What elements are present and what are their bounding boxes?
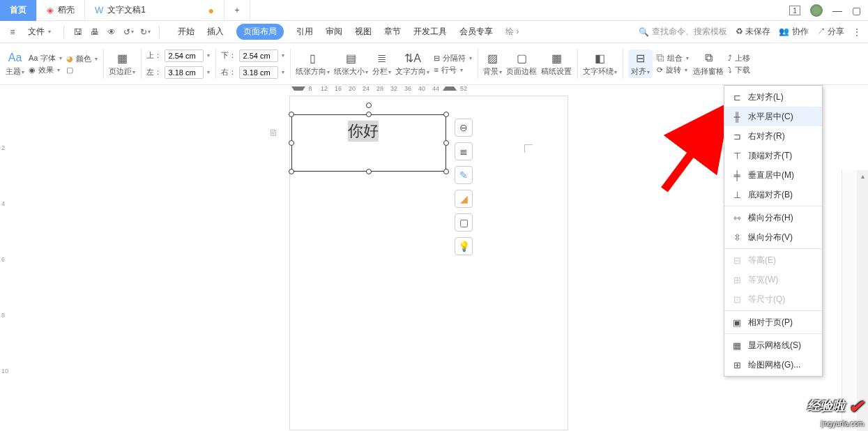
menutab-dev[interactable]: 开发工具: [413, 26, 447, 38]
watermark: 经验啦 ✔ jingyanla.com: [807, 398, 864, 428]
separator-icon: ⊟: [434, 54, 440, 63]
align-top-icon: ⊤: [731, 150, 743, 161]
rel-page-item[interactable]: ▣相对于页(P): [724, 312, 822, 332]
color-button[interactable]: ◕颜色▾: [66, 54, 98, 64]
align-vmiddle-item[interactable]: ╪垂直居中(M): [724, 165, 822, 185]
background-button[interactable]: ▨背景▾: [483, 51, 502, 77]
align-hcenter-item[interactable]: ╫水平居中(C): [724, 107, 822, 126]
hamburger-icon[interactable]: ≡: [7, 27, 18, 38]
search-box[interactable]: 🔍查找命令、搜索模板: [639, 26, 727, 38]
papersize-button[interactable]: ▤纸张大小▾: [334, 51, 368, 77]
tab-add[interactable]: ＋: [224, 0, 250, 21]
vertical-scrollbar[interactable]: ▴: [857, 170, 868, 431]
more-icon[interactable]: ⋮: [853, 27, 861, 37]
float-shape-button[interactable]: ▢: [455, 213, 473, 232]
menutab-layout[interactable]: 页面布局: [236, 24, 284, 40]
float-fill-button[interactable]: ◢: [455, 190, 473, 208]
float-collapse-button[interactable]: ⊖: [455, 119, 473, 137]
show-grid-item[interactable]: ▦显示网格线(S): [724, 335, 822, 355]
float-idea-button[interactable]: 💡: [455, 237, 473, 255]
effect-button[interactable]: ◉效果▾: [29, 65, 62, 75]
moveup-button[interactable]: ⤴上移: [728, 53, 750, 63]
margin-right-input[interactable]: 右：▾: [221, 66, 284, 79]
menutab-view[interactable]: 视图: [355, 26, 372, 38]
group-button[interactable]: ⿻组合▾: [657, 53, 689, 63]
handle-mr[interactable]: [443, 140, 449, 146]
tab-docke[interactable]: ◈稻壳: [37, 0, 85, 21]
textbox-text[interactable]: 你好: [348, 121, 379, 142]
handle-tm[interactable]: [366, 112, 372, 117]
dist-horiz-item[interactable]: ⇿横向分布(H): [724, 208, 822, 227]
handle-tr[interactable]: [443, 112, 449, 117]
handle-bm[interactable]: [366, 169, 372, 174]
maximize-icon[interactable]: ▢: [852, 5, 861, 16]
margin-top-input[interactable]: 上：▾: [146, 50, 210, 62]
margins-button[interactable]: ▦页边距▾: [109, 51, 135, 77]
preview-icon[interactable]: 👁: [106, 27, 117, 38]
handle-tl[interactable]: [289, 112, 294, 117]
coop-button[interactable]: 👥 协作: [779, 26, 808, 38]
menutab-ref[interactable]: 引用: [296, 26, 313, 38]
tab-home[interactable]: 首页: [0, 0, 37, 21]
align-vmiddle-icon: ╪: [731, 169, 743, 181]
align-button[interactable]: ⊟对齐▾: [628, 50, 653, 78]
menutab-start[interactable]: 开始: [178, 26, 195, 38]
doc-tag-icon[interactable]: 🗎: [268, 127, 278, 138]
menutab-review[interactable]: 审阅: [326, 26, 342, 38]
handle-ml[interactable]: [289, 140, 294, 146]
textbox[interactable]: 你好: [291, 114, 446, 172]
dist-vert-item[interactable]: ⇳纵向分布(V): [724, 227, 822, 247]
file-menu[interactable]: 文件▾: [24, 24, 55, 39]
textwrap-button[interactable]: ◧文字环绕▾: [583, 51, 617, 77]
redo-icon[interactable]: ↻▾: [139, 27, 151, 38]
ruler-right-marker[interactable]: [443, 86, 457, 91]
textdir-button[interactable]: ⇅A文字方向▾: [395, 51, 429, 77]
save-icon[interactable]: 🖫: [73, 27, 84, 38]
margin-left-input[interactable]: 左：▾: [146, 66, 210, 79]
check-icon: ✔: [848, 396, 864, 417]
align-top-item[interactable]: ⊤顶端对齐(T): [724, 146, 822, 165]
ruler-indent-marker[interactable]: [291, 86, 305, 91]
movedown-button[interactable]: ⤵下载: [728, 65, 750, 75]
gridpaper-button[interactable]: ▦稿纸设置: [541, 51, 572, 77]
selectionpane-button[interactable]: ⧉选择窗格: [693, 51, 724, 77]
theme-button[interactable]: Aa主题▾: [6, 51, 24, 77]
font-button[interactable]: Aa字体▾: [29, 53, 62, 63]
minimize-icon[interactable]: —: [832, 5, 842, 16]
align-left-item[interactable]: ⊏左对齐(L): [724, 87, 822, 107]
badge-icon[interactable]: 1: [789, 6, 800, 15]
draw-grid-item[interactable]: ⊞绘图网格(G)...: [724, 355, 822, 375]
float-layout-button[interactable]: ≣: [455, 142, 473, 160]
menutab-member[interactable]: 会员专享: [459, 26, 493, 38]
rotate-button[interactable]: ⟳旋转▾: [657, 65, 689, 75]
undo-icon[interactable]: ↺▾: [123, 27, 134, 38]
columns-icon: ≣: [375, 51, 389, 65]
eqwidth-item: ⊞等宽(W): [724, 270, 822, 289]
square-button[interactable]: ▢: [66, 66, 98, 75]
separator-button[interactable]: ⊟分隔符▾: [434, 53, 472, 63]
unsaved-status[interactable]: ♻ 未保存: [736, 26, 770, 38]
align-left-icon: ⊏: [731, 91, 743, 103]
handle-bl[interactable]: [289, 169, 294, 174]
scroll-up-icon[interactable]: ▴: [857, 170, 868, 181]
lineno-button[interactable]: ≡行号▾: [434, 65, 472, 75]
share-button[interactable]: ↗ 分享: [817, 26, 844, 38]
align-right-item[interactable]: ⊐右对齐(R): [724, 126, 822, 146]
handle-br[interactable]: [443, 169, 449, 174]
eqwidth-icon: ⊞: [731, 274, 743, 285]
wrap-icon: ◧: [593, 51, 607, 65]
menutab-chapter[interactable]: 章节: [384, 26, 401, 38]
align-bottom-item[interactable]: ⊥底端对齐(B): [724, 185, 822, 204]
menutab-insert[interactable]: 插入: [207, 26, 224, 38]
dist-vert-icon: ⇳: [731, 232, 743, 243]
print-icon[interactable]: 🖶: [89, 27, 100, 38]
avatar[interactable]: [810, 4, 823, 17]
menutab-draw[interactable]: 绘 ›: [505, 26, 519, 38]
float-style-button[interactable]: ✎: [455, 166, 473, 184]
orientation-button[interactable]: ▯纸张方向▾: [296, 51, 330, 77]
handle-rotate[interactable]: [366, 103, 372, 108]
margin-bottom-input[interactable]: 下：▾: [221, 50, 284, 62]
pageborder-button[interactable]: ▢页面边框: [506, 51, 537, 77]
columns-button[interactable]: ≣分栏▾: [372, 51, 391, 77]
tab-document[interactable]: W文字文稿1●: [85, 0, 224, 21]
